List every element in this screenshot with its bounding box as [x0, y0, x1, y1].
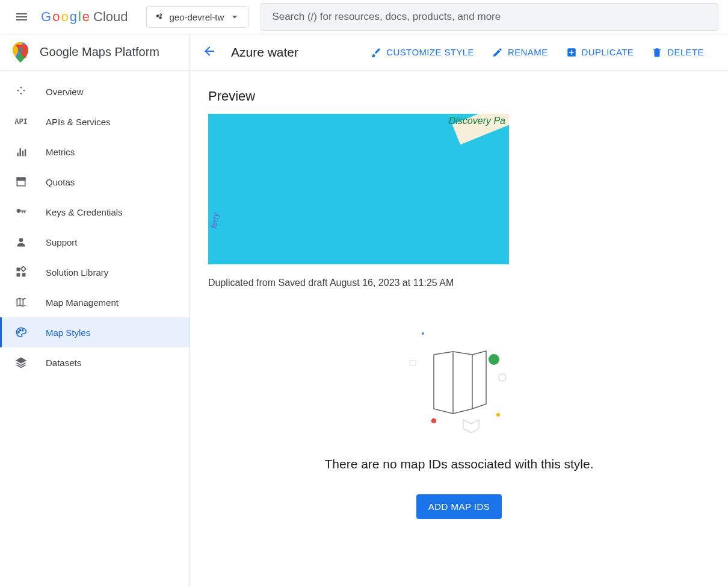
project-picker[interactable]: geo-devrel-tw — [146, 6, 249, 28]
trash-icon — [652, 47, 662, 58]
sidebar-item-label: Map Styles — [46, 328, 90, 338]
svg-point-11 — [18, 332, 19, 333]
map-preview: Discovery Pa ferry — [208, 114, 509, 264]
sidebar-item-support[interactable]: Support — [0, 227, 190, 257]
sidebar-item-label: Map Management — [46, 297, 119, 308]
svg-point-16 — [499, 374, 506, 381]
sidebar-item-map-styles[interactable]: Map Styles — [0, 317, 190, 347]
overview-icon — [14, 85, 28, 98]
sidebar-item-solution-library[interactable]: Solution Library — [0, 257, 190, 287]
preview-route-label: ferry — [209, 213, 220, 229]
svg-point-17 — [431, 418, 436, 423]
back-arrow-icon[interactable] — [202, 44, 217, 61]
svg-point-18 — [496, 413, 500, 417]
sidebar-item-label: Keys & Credentials — [46, 207, 123, 217]
empty-message: There are no map IDs associated with thi… — [324, 457, 593, 471]
sidebar-item-metrics[interactable]: Metrics — [0, 137, 190, 167]
api-icon: API — [14, 115, 28, 128]
google-cloud-logo[interactable]: Google Cloud — [41, 9, 128, 25]
sidebar: Google Maps Platform Overview API APIs &… — [0, 34, 190, 587]
sidebar-item-label: Solution Library — [46, 267, 108, 278]
svg-marker-19 — [463, 420, 479, 433]
header-actions: CUSTOMIZE STYLE RENAME DUPLICATE DELETE — [371, 47, 704, 58]
plus-box-icon — [566, 47, 577, 58]
sidebar-title: Google Maps Platform — [40, 45, 159, 59]
person-icon — [14, 235, 28, 249]
rename-button[interactable]: RENAME — [492, 47, 548, 58]
svg-rect-10 — [21, 266, 26, 271]
sidebar-item-label: Support — [46, 237, 78, 247]
search-placeholder: Search (/) for resources, docs, products… — [272, 11, 501, 23]
metrics-icon — [14, 145, 28, 158]
layers-icon — [14, 356, 28, 369]
empty-map-illustration — [405, 325, 513, 433]
sidebar-item-map-management[interactable]: Map Management — [0, 287, 190, 317]
page-header: Azure water CUSTOMIZE STYLE RENAME DUPLI… — [190, 34, 728, 70]
sidebar-item-quotas[interactable]: Quotas — [0, 167, 190, 197]
key-icon — [14, 205, 28, 219]
svg-point-1 — [159, 16, 162, 19]
menu-icon[interactable] — [10, 5, 34, 29]
preview-poi-label: Discovery Pa — [449, 116, 505, 126]
svg-point-0 — [156, 14, 159, 17]
pencil-icon — [492, 47, 503, 58]
sidebar-header: Google Maps Platform — [0, 34, 190, 70]
topbar: Google Cloud geo-devrel-tw Search (/) fo… — [0, 0, 728, 34]
svg-rect-5 — [17, 178, 25, 180]
empty-state: There are no map IDs associated with thi… — [208, 325, 710, 519]
svg-rect-8 — [17, 273, 20, 277]
svg-point-12 — [19, 330, 20, 331]
content: Preview Discovery Pa ferry Duplicated fr… — [190, 70, 728, 537]
svg-point-3 — [18, 47, 23, 52]
main: Azure water CUSTOMIZE STYLE RENAME DUPLI… — [190, 34, 728, 587]
sidebar-item-label: Metrics — [46, 147, 75, 157]
brush-icon — [371, 47, 381, 58]
map-icon — [14, 296, 28, 309]
duplicate-button[interactable]: DUPLICATE — [566, 47, 634, 58]
maps-pin-icon — [12, 42, 29, 63]
svg-point-14 — [422, 332, 424, 335]
svg-point-13 — [22, 330, 23, 331]
svg-rect-9 — [22, 273, 26, 277]
sidebar-item-overview[interactable]: Overview — [0, 76, 190, 107]
chevron-down-icon — [229, 11, 241, 23]
project-name: geo-devrel-tw — [170, 12, 224, 22]
sidebar-item-apis[interactable]: API APIs & Services — [0, 107, 190, 137]
search-input[interactable]: Search (/) for resources, docs, products… — [261, 3, 718, 31]
sidebar-item-datasets[interactable]: Datasets — [0, 347, 190, 377]
preview-caption: Duplicated from Saved draft August 16, 2… — [208, 278, 710, 288]
svg-rect-20 — [410, 361, 416, 365]
sidebar-nav: Overview API APIs & Services Metrics Quo… — [0, 70, 190, 377]
delete-button[interactable]: DELETE — [652, 47, 704, 58]
sidebar-item-label: Datasets — [46, 358, 81, 368]
quotas-icon — [14, 175, 28, 188]
widgets-icon — [14, 266, 28, 279]
sidebar-item-keys[interactable]: Keys & Credentials — [0, 197, 190, 227]
svg-rect-7 — [17, 268, 20, 272]
sidebar-item-label: Overview — [46, 87, 84, 97]
sidebar-item-label: APIs & Services — [46, 117, 111, 127]
svg-point-15 — [489, 354, 499, 365]
add-map-ids-button[interactable]: ADD MAP IDS — [416, 494, 502, 519]
sidebar-item-label: Quotas — [46, 177, 75, 187]
svg-point-6 — [19, 238, 23, 242]
svg-point-2 — [159, 14, 161, 16]
preview-heading: Preview — [208, 89, 710, 104]
palette-icon — [14, 326, 28, 339]
page-title: Azure water — [231, 45, 298, 60]
customize-style-button[interactable]: CUSTOMIZE STYLE — [371, 47, 474, 58]
